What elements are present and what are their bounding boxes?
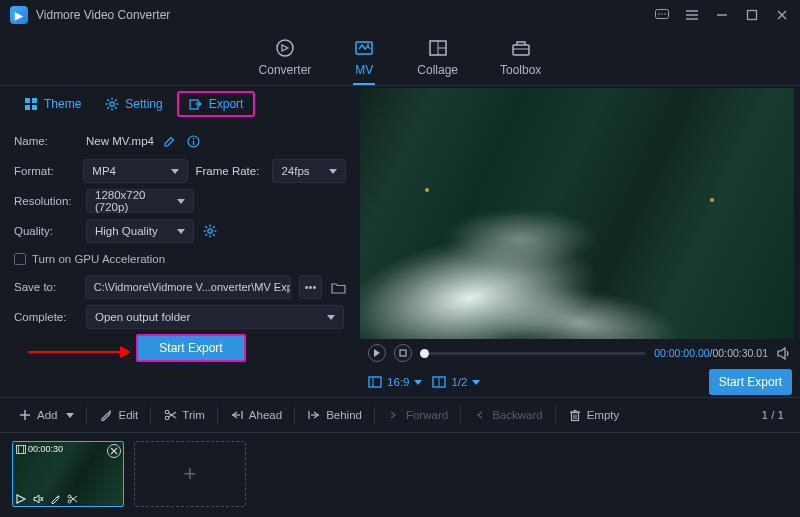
play-button[interactable] <box>368 344 386 362</box>
close-icon[interactable] <box>770 3 794 27</box>
chevron-down-icon <box>414 380 422 385</box>
split-icon <box>432 376 446 388</box>
aspect-value: 16:9 <box>387 376 409 388</box>
forward-label: Forward <box>406 409 448 421</box>
maximize-icon[interactable] <box>740 3 764 27</box>
svg-point-34 <box>193 138 195 140</box>
edit-icon <box>99 408 113 422</box>
theme-icon <box>24 97 38 111</box>
player-options: 16:9 1/2 Start Export <box>360 367 800 397</box>
chevron-down-icon <box>327 315 335 320</box>
framerate-select[interactable]: 24fps <box>272 159 346 183</box>
stop-button[interactable] <box>394 344 412 362</box>
svg-line-31 <box>108 107 110 109</box>
name-label: Name: <box>14 135 78 147</box>
svg-point-1 <box>658 13 660 15</box>
chevron-down-icon <box>171 169 179 174</box>
subtab-export[interactable]: Export <box>177 91 256 117</box>
scissors-icon <box>163 408 177 422</box>
player-controls: 00:00:00.00/00:00:30.01 <box>360 339 800 367</box>
behind-button[interactable]: Behind <box>299 402 370 428</box>
complete-select[interactable]: Open output folder <box>86 305 344 329</box>
behind-icon <box>307 408 321 422</box>
volume-icon[interactable] <box>776 345 792 361</box>
bottom-toolbar: Add Edit Trim Ahead Behind Forward Backw… <box>0 397 800 433</box>
svg-line-42 <box>213 234 215 236</box>
backward-button[interactable]: Backward <box>465 402 551 428</box>
name-info-icon[interactable] <box>186 133 202 149</box>
current-time: 00:00:00.00 <box>654 347 709 359</box>
forward-button[interactable]: Forward <box>379 402 456 428</box>
tab-collage[interactable]: Collage <box>417 30 458 85</box>
complete-value: Open output folder <box>95 311 190 323</box>
split-view-select[interactable]: 1/2 <box>432 376 480 388</box>
subtab-theme-label: Theme <box>44 97 81 111</box>
ahead-button[interactable]: Ahead <box>222 402 290 428</box>
svg-rect-62 <box>571 412 578 420</box>
svg-point-11 <box>277 40 293 56</box>
saveto-path[interactable]: C:\Vidmore\Vidmore V...onverter\MV Expor… <box>85 275 291 299</box>
edit-name-icon[interactable] <box>162 133 178 149</box>
quality-select[interactable]: High Quality <box>86 219 194 243</box>
resolution-select[interactable]: 1280x720 (720p) <box>86 189 194 213</box>
svg-rect-67 <box>17 445 26 453</box>
edit-label: Edit <box>118 409 138 421</box>
film-icon <box>16 445 26 454</box>
video-preview[interactable] <box>360 88 794 339</box>
framerate-value: 24fps <box>281 165 309 177</box>
setting-icon <box>105 97 119 111</box>
tab-converter[interactable]: Converter <box>259 30 312 85</box>
tab-toolbox[interactable]: Toolbox <box>500 30 541 85</box>
add-clip-slot[interactable]: + <box>134 441 246 507</box>
app-logo-icon: ▶ <box>10 6 28 24</box>
clip-mute-icon[interactable] <box>33 494 44 504</box>
svg-point-3 <box>664 13 666 15</box>
gpu-checkbox[interactable] <box>14 253 26 265</box>
svg-point-36 <box>208 229 212 233</box>
export-icon <box>189 97 203 111</box>
clip-edit-icon[interactable] <box>50 494 61 504</box>
clip-thumbnail[interactable]: 00:00:30 <box>12 441 124 507</box>
ahead-icon <box>230 408 244 422</box>
clip-play-icon[interactable] <box>16 494 27 504</box>
start-export-button[interactable]: Start Export <box>136 334 246 362</box>
svg-line-57 <box>168 412 176 417</box>
tab-collage-label: Collage <box>417 63 458 77</box>
open-folder-icon[interactable] <box>330 279 346 295</box>
format-select[interactable]: MP4 <box>83 159 187 183</box>
remove-clip-button[interactable] <box>107 444 121 458</box>
titlebar: ▶ Vidmore Video Converter <box>0 0 800 30</box>
seek-handle[interactable] <box>420 349 429 358</box>
minimize-icon[interactable] <box>710 3 734 27</box>
svg-line-56 <box>168 413 176 418</box>
menu-icon[interactable] <box>680 3 704 27</box>
subtab-theme[interactable]: Theme <box>14 91 91 117</box>
main-body: Theme Setting Export Name: New MV.mp4 Fo… <box>0 86 800 397</box>
backward-label: Backward <box>492 409 543 421</box>
svg-rect-8 <box>748 11 757 20</box>
empty-button[interactable]: Empty <box>560 402 628 428</box>
trim-button[interactable]: Trim <box>155 402 213 428</box>
toolbox-icon <box>510 37 532 59</box>
quality-label: Quality: <box>14 225 78 237</box>
seek-bar[interactable] <box>420 352 646 355</box>
quality-settings-icon[interactable] <box>202 223 218 239</box>
behind-label: Behind <box>326 409 362 421</box>
feedback-icon[interactable] <box>650 3 674 27</box>
forward-icon <box>387 408 401 422</box>
subtab-setting[interactable]: Setting <box>95 91 172 117</box>
browse-button[interactable]: ••• <box>299 275 323 299</box>
tab-mv[interactable]: MV <box>353 30 375 85</box>
add-button[interactable]: Add <box>10 402 82 428</box>
aspect-ratio-select[interactable]: 16:9 <box>368 376 422 388</box>
svg-line-29 <box>115 107 117 109</box>
sub-tabs: Theme Setting Export <box>0 86 360 122</box>
subtab-setting-label: Setting <box>125 97 162 111</box>
svg-line-28 <box>108 99 110 101</box>
gpu-label: Turn on GPU Acceleration <box>32 253 165 265</box>
edit-button[interactable]: Edit <box>91 402 146 428</box>
clip-trim-icon[interactable] <box>67 494 78 504</box>
start-export-small-button[interactable]: Start Export <box>709 369 792 395</box>
svg-rect-22 <box>32 105 37 110</box>
chevron-down-icon <box>329 169 337 174</box>
